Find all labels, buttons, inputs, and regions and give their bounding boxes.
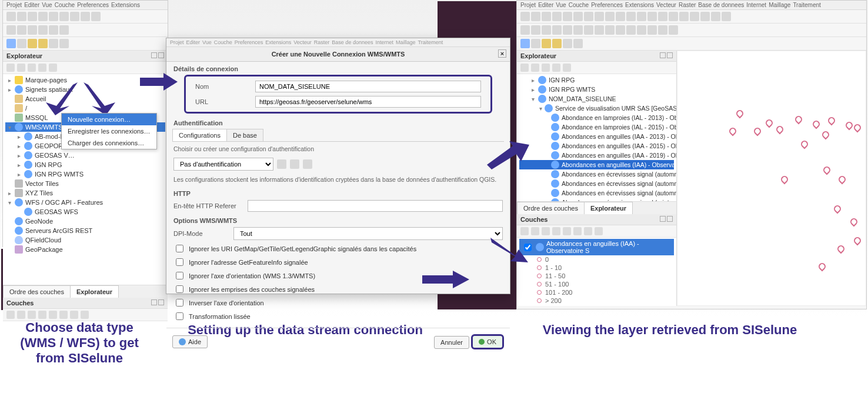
new-icon[interactable] bbox=[6, 12, 16, 21]
wms-connection-dialog: Projet Editer Vue Couche Preferences Ext… bbox=[166, 38, 510, 294]
ctx-load-connections[interactable]: Charger des connexions… bbox=[62, 137, 156, 149]
globe-icon bbox=[551, 132, 559, 141]
ck-smooth-transform[interactable] bbox=[176, 312, 183, 320]
couches-toolbar-1 bbox=[3, 309, 168, 321]
tree-item[interactable]: ▸IGN RPG bbox=[519, 75, 674, 85]
globe-icon bbox=[15, 85, 23, 94]
auth-add-icon[interactable] bbox=[290, 159, 299, 169]
ctx-save-connections[interactable]: Enregistrer les connexions… bbox=[62, 125, 156, 137]
auth-remove-icon[interactable] bbox=[303, 159, 312, 169]
svg-marker-5 bbox=[490, 238, 528, 262]
toolbar-1c bbox=[3, 37, 168, 51]
caret-icon: ▸ bbox=[16, 171, 22, 178]
arrow-to-layer-icon bbox=[490, 235, 528, 262]
map-pin-icon bbox=[794, 115, 804, 125]
ck-ignore-getfeature[interactable] bbox=[176, 258, 183, 266]
tree-item[interactable]: GeoNode bbox=[5, 217, 165, 226]
auth-select[interactable]: Pas d'authentification bbox=[173, 158, 273, 171]
caret-icon: ▸ bbox=[6, 190, 12, 196]
save-icon[interactable] bbox=[28, 12, 37, 21]
tree-item[interactable]: ▸GEOSAS V… bbox=[5, 151, 165, 160]
gp-icon bbox=[15, 245, 23, 254]
tree-item[interactable]: ▾Service de visualisation UMR SAS [GeoSA… bbox=[519, 104, 674, 113]
explorer-dock-title-1: Explorateur bbox=[3, 51, 168, 62]
tree-item[interactable]: Abondances en anguilles (IAA - 2015) - O… bbox=[519, 141, 674, 151]
ok-button[interactable]: OK bbox=[471, 334, 504, 349]
legend-row: > 200 bbox=[519, 297, 674, 305]
globe-icon bbox=[551, 151, 559, 159]
caret-icon: ▸ bbox=[16, 152, 22, 159]
tab-de-base[interactable]: De base bbox=[226, 129, 263, 141]
globe-icon bbox=[551, 123, 559, 131]
help-button[interactable]: Aide bbox=[172, 335, 208, 348]
layer-item-selected[interactable]: Abondances en anguilles (IAA) - Observat… bbox=[519, 239, 674, 255]
auth-label: Authentification bbox=[166, 116, 510, 128]
tab-ordre-1[interactable]: Ordre des couches bbox=[3, 285, 71, 298]
ctx-new-connection[interactable]: Nouvelle connexion… bbox=[62, 114, 156, 125]
close-icon[interactable]: × bbox=[498, 49, 506, 58]
tree-item[interactable]: Abondances en anguilles (IAA) - Observat… bbox=[519, 160, 674, 169]
ck-ignore-uri[interactable] bbox=[176, 245, 183, 252]
filter-icon[interactable] bbox=[28, 64, 36, 72]
tree-item[interactable]: GEOSAS WFS bbox=[5, 207, 165, 217]
fav-icon bbox=[15, 76, 23, 84]
tree-item[interactable]: Vector Tiles bbox=[5, 179, 165, 188]
tab-ordre-3[interactable]: Ordre des couches bbox=[517, 202, 585, 214]
connection-url-input[interactable] bbox=[255, 96, 481, 108]
caption-1: Choose data type (WMS / WFS) to get from… bbox=[9, 320, 149, 366]
gear-icon[interactable] bbox=[49, 39, 58, 48]
explorer-tree-3[interactable]: ▸IGN RPG▸IGN RPG WMTS▾NOM_DATA_SISELUNE▾… bbox=[517, 74, 676, 201]
cloud-icon[interactable] bbox=[520, 39, 530, 48]
tree-item[interactable]: Abondances en écrevisses signal (automne… bbox=[519, 179, 674, 188]
globe-icon bbox=[15, 123, 23, 131]
refresh-icon[interactable] bbox=[6, 64, 15, 72]
tiles-icon bbox=[15, 189, 23, 197]
tab-explorateur-1[interactable]: Explorateur bbox=[70, 285, 119, 298]
auth-explain: Les configurations stockent les informat… bbox=[166, 172, 510, 186]
ck-ignore-extent[interactable] bbox=[176, 285, 183, 293]
caret-icon: ▾ bbox=[6, 124, 12, 131]
tree-item[interactable]: Abondance en lamproies (IAL - 2013) - Ob… bbox=[519, 113, 674, 122]
legend-row: 1 - 10 bbox=[519, 264, 674, 272]
tree-item[interactable]: Abondances en écrevisses signal (automne… bbox=[519, 188, 674, 198]
dock-close-icon[interactable] bbox=[158, 52, 164, 58]
ck-ignore-axis[interactable] bbox=[176, 272, 183, 279]
options-label: Options WMS/WMTS bbox=[166, 214, 510, 225]
tree-item[interactable]: ▸IGN RPG bbox=[5, 160, 165, 169]
cancel-button[interactable]: Annuler bbox=[434, 336, 469, 349]
gear-icon[interactable] bbox=[563, 39, 572, 48]
svg-marker-4 bbox=[487, 141, 529, 169]
tab-configurations[interactable]: Configurations bbox=[172, 129, 227, 141]
tree-item[interactable]: Abondances en anguilles (IAA - 2019) - O… bbox=[519, 151, 674, 160]
layers-panel[interactable]: Abondances en anguilles (IAA) - Observat… bbox=[517, 238, 676, 306]
tree-item[interactable]: Serveurs ArcGIS REST bbox=[5, 226, 165, 235]
tree-item[interactable]: ▸XYZ Tiles bbox=[5, 188, 165, 198]
tree-item[interactable]: ▸IGN RPG WMTS bbox=[5, 169, 165, 179]
globe-icon bbox=[545, 104, 553, 112]
ck-invert-axis[interactable] bbox=[176, 299, 183, 307]
auth-edit-icon[interactable] bbox=[277, 159, 286, 169]
referer-input[interactable] bbox=[248, 200, 503, 212]
add-icon[interactable] bbox=[17, 64, 25, 72]
connection-name-input[interactable] bbox=[255, 81, 481, 92]
tree-item[interactable]: ▸IGN RPG WMTS bbox=[519, 85, 674, 94]
tab-explorateur-3[interactable]: Explorateur bbox=[584, 202, 633, 214]
cloud-icon bbox=[15, 236, 23, 244]
tree-item[interactable]: Abondances en anguilles (IAA - 2013) - O… bbox=[519, 132, 674, 141]
cloud-icon[interactable] bbox=[6, 39, 16, 48]
tree-item[interactable]: GeoPackage bbox=[5, 245, 165, 254]
dpi-select[interactable]: Tout bbox=[233, 227, 503, 240]
open-icon[interactable] bbox=[17, 12, 26, 21]
explorer-mini-toolbar-3 bbox=[517, 62, 676, 74]
globe-icon bbox=[15, 217, 23, 225]
tree-item[interactable]: ▾NOM_DATA_SISELUNE bbox=[519, 94, 674, 104]
tree-item[interactable]: Abondances en écrevisses signal (automne… bbox=[519, 169, 674, 179]
map-canvas[interactable] bbox=[677, 51, 866, 306]
svg-marker-2 bbox=[140, 73, 178, 91]
tree-item[interactable]: Abondance en lamproies (IAL - 2015) - Ob… bbox=[519, 122, 674, 132]
tree-item[interactable]: QFieldCloud bbox=[5, 235, 165, 245]
tree-item[interactable]: ▾WFS / OGC API - Features bbox=[5, 198, 165, 207]
globe-icon bbox=[551, 161, 559, 169]
globe-icon bbox=[551, 114, 559, 122]
dock-float-icon[interactable] bbox=[151, 52, 157, 58]
